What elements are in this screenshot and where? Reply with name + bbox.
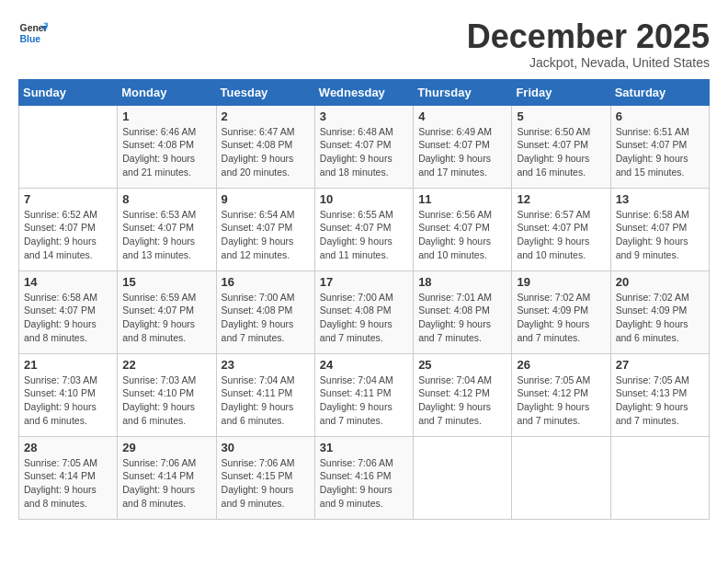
day-number: 3 xyxy=(320,109,408,123)
header-cell-sunday: Sunday xyxy=(19,79,118,105)
day-info: Sunrise: 7:00 AM Sunset: 4:08 PM Dayligh… xyxy=(222,291,310,345)
day-number: 16 xyxy=(222,275,310,289)
calendar-cell: 29Sunrise: 7:06 AM Sunset: 4:14 PM Dayli… xyxy=(118,436,216,519)
day-number: 22 xyxy=(122,358,210,372)
header-cell-saturday: Saturday xyxy=(610,79,709,105)
calendar-week-2: 7Sunrise: 6:52 AM Sunset: 4:07 PM Daylig… xyxy=(19,188,710,270)
day-number: 15 xyxy=(122,275,210,289)
day-number: 26 xyxy=(517,358,605,372)
calendar-week-1: 1Sunrise: 6:46 AM Sunset: 4:08 PM Daylig… xyxy=(19,105,710,188)
day-info: Sunrise: 7:02 AM Sunset: 4:09 PM Dayligh… xyxy=(517,291,605,345)
day-number: 25 xyxy=(418,358,506,372)
calendar-cell: 6Sunrise: 6:51 AM Sunset: 4:07 PM Daylig… xyxy=(610,105,709,188)
header-cell-thursday: Thursday xyxy=(414,79,512,105)
day-number: 4 xyxy=(418,109,506,123)
calendar-cell: 11Sunrise: 6:56 AM Sunset: 4:07 PM Dayli… xyxy=(414,188,512,270)
day-info: Sunrise: 7:02 AM Sunset: 4:09 PM Dayligh… xyxy=(616,291,704,345)
page-header: General Blue December 2025 Jackpot, Neva… xyxy=(18,18,710,70)
calendar-week-4: 21Sunrise: 7:03 AM Sunset: 4:10 PM Dayli… xyxy=(19,353,710,436)
day-number: 14 xyxy=(24,275,112,289)
day-info: Sunrise: 7:06 AM Sunset: 4:14 PM Dayligh… xyxy=(122,456,210,511)
day-info: Sunrise: 7:06 AM Sunset: 4:16 PM Dayligh… xyxy=(320,456,408,511)
month-title: December 2025 xyxy=(467,18,710,55)
day-number: 2 xyxy=(222,109,310,123)
calendar-cell: 18Sunrise: 7:01 AM Sunset: 4:08 PM Dayli… xyxy=(414,270,512,353)
day-info: Sunrise: 7:05 AM Sunset: 4:14 PM Dayligh… xyxy=(24,456,112,511)
day-number: 1 xyxy=(122,109,210,123)
day-number: 27 xyxy=(616,358,704,372)
day-info: Sunrise: 7:04 AM Sunset: 4:11 PM Dayligh… xyxy=(320,373,408,428)
day-info: Sunrise: 6:54 AM Sunset: 4:07 PM Dayligh… xyxy=(222,208,310,262)
calendar-cell: 22Sunrise: 7:03 AM Sunset: 4:10 PM Dayli… xyxy=(118,353,216,436)
day-number: 7 xyxy=(24,192,112,206)
day-info: Sunrise: 6:47 AM Sunset: 4:08 PM Dayligh… xyxy=(222,125,310,179)
day-number: 5 xyxy=(517,109,605,123)
day-info: Sunrise: 6:58 AM Sunset: 4:07 PM Dayligh… xyxy=(24,291,112,345)
day-info: Sunrise: 6:49 AM Sunset: 4:07 PM Dayligh… xyxy=(418,125,506,179)
day-info: Sunrise: 6:51 AM Sunset: 4:07 PM Dayligh… xyxy=(616,125,704,179)
calendar-cell xyxy=(512,436,610,519)
day-number: 28 xyxy=(24,441,112,454)
day-info: Sunrise: 6:48 AM Sunset: 4:07 PM Dayligh… xyxy=(320,125,408,179)
day-info: Sunrise: 6:56 AM Sunset: 4:07 PM Dayligh… xyxy=(418,208,506,262)
calendar-week-3: 14Sunrise: 6:58 AM Sunset: 4:07 PM Dayli… xyxy=(19,270,710,353)
day-info: Sunrise: 7:04 AM Sunset: 4:12 PM Dayligh… xyxy=(418,373,506,428)
logo-icon: General Blue xyxy=(18,18,48,48)
calendar-week-5: 28Sunrise: 7:05 AM Sunset: 4:14 PM Dayli… xyxy=(19,436,710,519)
day-info: Sunrise: 6:58 AM Sunset: 4:07 PM Dayligh… xyxy=(616,208,704,262)
calendar-cell: 5Sunrise: 6:50 AM Sunset: 4:07 PM Daylig… xyxy=(512,105,610,188)
calendar-cell: 3Sunrise: 6:48 AM Sunset: 4:07 PM Daylig… xyxy=(314,105,413,188)
calendar-cell: 24Sunrise: 7:04 AM Sunset: 4:11 PM Dayli… xyxy=(314,353,413,436)
calendar-cell: 9Sunrise: 6:54 AM Sunset: 4:07 PM Daylig… xyxy=(216,188,314,270)
day-number: 23 xyxy=(222,358,310,372)
header-cell-tuesday: Tuesday xyxy=(216,79,314,105)
calendar-cell: 28Sunrise: 7:05 AM Sunset: 4:14 PM Dayli… xyxy=(19,436,118,519)
calendar-cell: 12Sunrise: 6:57 AM Sunset: 4:07 PM Dayli… xyxy=(512,188,610,270)
calendar-body: 1Sunrise: 6:46 AM Sunset: 4:08 PM Daylig… xyxy=(19,105,710,519)
day-number: 10 xyxy=(320,192,408,206)
day-number: 20 xyxy=(616,275,704,289)
calendar-cell: 25Sunrise: 7:04 AM Sunset: 4:12 PM Dayli… xyxy=(414,353,512,436)
calendar-cell: 19Sunrise: 7:02 AM Sunset: 4:09 PM Dayli… xyxy=(512,270,610,353)
calendar-cell: 21Sunrise: 7:03 AM Sunset: 4:10 PM Dayli… xyxy=(19,353,118,436)
day-info: Sunrise: 7:06 AM Sunset: 4:15 PM Dayligh… xyxy=(222,456,310,511)
calendar-cell: 8Sunrise: 6:53 AM Sunset: 4:07 PM Daylig… xyxy=(118,188,216,270)
day-info: Sunrise: 7:05 AM Sunset: 4:13 PM Dayligh… xyxy=(616,373,704,428)
day-number: 29 xyxy=(122,441,210,454)
calendar-cell: 14Sunrise: 6:58 AM Sunset: 4:07 PM Dayli… xyxy=(19,270,118,353)
location-subtitle: Jackpot, Nevada, United States xyxy=(467,55,710,70)
calendar-cell: 1Sunrise: 6:46 AM Sunset: 4:08 PM Daylig… xyxy=(118,105,216,188)
day-number: 12 xyxy=(517,192,605,206)
day-info: Sunrise: 6:53 AM Sunset: 4:07 PM Dayligh… xyxy=(122,208,210,262)
day-info: Sunrise: 7:04 AM Sunset: 4:11 PM Dayligh… xyxy=(222,373,310,428)
header-cell-wednesday: Wednesday xyxy=(314,79,413,105)
calendar-header-row: SundayMondayTuesdayWednesdayThursdayFrid… xyxy=(19,79,710,105)
day-info: Sunrise: 6:59 AM Sunset: 4:07 PM Dayligh… xyxy=(122,291,210,345)
calendar-cell: 23Sunrise: 7:04 AM Sunset: 4:11 PM Dayli… xyxy=(216,353,314,436)
calendar-cell: 17Sunrise: 7:00 AM Sunset: 4:08 PM Dayli… xyxy=(314,270,413,353)
calendar-cell: 26Sunrise: 7:05 AM Sunset: 4:12 PM Dayli… xyxy=(512,353,610,436)
calendar-cell: 20Sunrise: 7:02 AM Sunset: 4:09 PM Dayli… xyxy=(610,270,709,353)
header-cell-monday: Monday xyxy=(118,79,216,105)
calendar-cell xyxy=(610,436,709,519)
day-number: 11 xyxy=(418,192,506,206)
calendar-cell: 2Sunrise: 6:47 AM Sunset: 4:08 PM Daylig… xyxy=(216,105,314,188)
day-number: 31 xyxy=(320,441,408,454)
calendar-cell xyxy=(19,105,118,188)
day-info: Sunrise: 6:55 AM Sunset: 4:07 PM Dayligh… xyxy=(320,208,408,262)
day-info: Sunrise: 7:03 AM Sunset: 4:10 PM Dayligh… xyxy=(24,373,112,428)
calendar-cell: 16Sunrise: 7:00 AM Sunset: 4:08 PM Dayli… xyxy=(216,270,314,353)
day-info: Sunrise: 6:52 AM Sunset: 4:07 PM Dayligh… xyxy=(24,208,112,262)
day-info: Sunrise: 6:46 AM Sunset: 4:08 PM Dayligh… xyxy=(122,125,210,179)
calendar-cell: 4Sunrise: 6:49 AM Sunset: 4:07 PM Daylig… xyxy=(414,105,512,188)
calendar-table: SundayMondayTuesdayWednesdayThursdayFrid… xyxy=(18,79,710,520)
day-number: 18 xyxy=(418,275,506,289)
day-number: 9 xyxy=(222,192,310,206)
day-number: 30 xyxy=(222,441,310,454)
calendar-cell: 7Sunrise: 6:52 AM Sunset: 4:07 PM Daylig… xyxy=(19,188,118,270)
day-info: Sunrise: 6:50 AM Sunset: 4:07 PM Dayligh… xyxy=(517,125,605,179)
calendar-cell: 13Sunrise: 6:58 AM Sunset: 4:07 PM Dayli… xyxy=(610,188,709,270)
svg-text:Blue: Blue xyxy=(20,34,41,44)
day-info: Sunrise: 7:00 AM Sunset: 4:08 PM Dayligh… xyxy=(320,291,408,345)
calendar-cell: 27Sunrise: 7:05 AM Sunset: 4:13 PM Dayli… xyxy=(610,353,709,436)
